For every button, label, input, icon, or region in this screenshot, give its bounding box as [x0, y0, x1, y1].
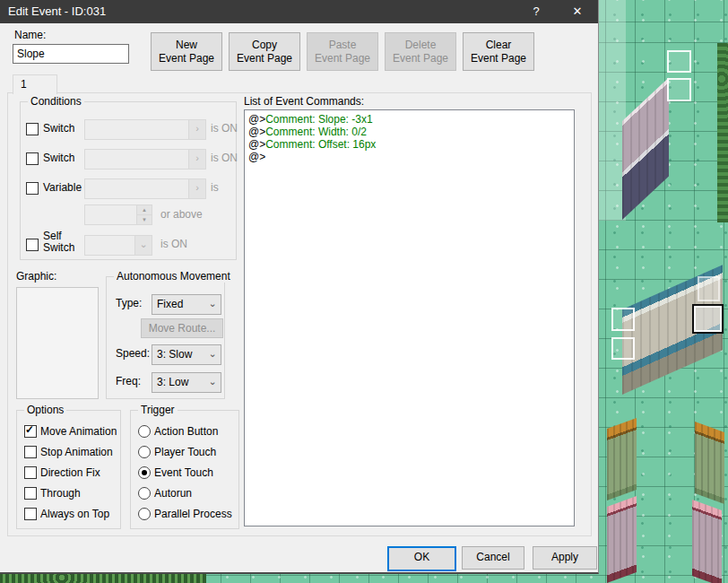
trigger-autorun-radio[interactable]	[138, 487, 151, 500]
condition-value-spinner: ▲ ▼	[84, 204, 152, 225]
option-through-checkbox[interactable]	[24, 487, 37, 500]
movement-freq-select[interactable]: 3: Low ⌄	[152, 372, 221, 393]
conditions-group: Conditions Switch › is ON Switch › is ON…	[20, 101, 237, 260]
trigger-group: Trigger Action Button Player Touch Event…	[130, 410, 239, 529]
trigger-parallel-process-radio[interactable]	[138, 508, 151, 520]
option-stop-animation-checkbox[interactable]	[24, 446, 37, 458]
trigger-player-touch-label: Player Touch	[154, 446, 216, 458]
trigger-action-button-radio[interactable]	[138, 425, 151, 438]
chevron-right-icon: ›	[188, 179, 205, 198]
trigger-parallel-process-label: Parallel Process	[154, 508, 232, 520]
event-commands-list[interactable]: @>Comment: Slope: -3x1 @>Comment: Width:…	[244, 109, 575, 526]
option-always-on-top-label: Always on Top	[40, 508, 109, 520]
option-move-animation-checkbox[interactable]: ✓	[24, 425, 37, 438]
close-button[interactable]: ✕	[559, 0, 596, 23]
chevron-right-icon: ›	[188, 150, 205, 169]
commands-label: List of Event Commands:	[244, 95, 364, 108]
help-button[interactable]: ?	[517, 0, 555, 23]
command-prefix: @>	[248, 113, 265, 126]
title-bar: Edit Event - ID:031 ? ✕	[0, 0, 598, 23]
paste-event-page-button: Paste Event Page	[307, 32, 378, 71]
map-selected-event-cell	[692, 304, 724, 334]
condition-variable-selector: ›	[84, 178, 206, 199]
movement-speed-select[interactable]: 3: Slow ⌄	[152, 344, 221, 365]
command-line[interactable]: @>Comment: Width: 0/2	[245, 126, 574, 138]
map-stairway-purple	[622, 78, 669, 220]
condition-switch1-selector: ›	[84, 119, 206, 140]
move-route-button: Move Route...	[141, 318, 223, 338]
spinner-up-icon: ▲	[136, 205, 152, 215]
movement-speed-label: Speed:	[116, 347, 150, 360]
condition-switch2-checkbox[interactable]	[26, 152, 39, 165]
map-event-cell	[611, 308, 635, 331]
map-trees-bottom	[0, 574, 206, 583]
spinner-down-icon: ▼	[136, 215, 152, 224]
option-always-on-top-checkbox[interactable]	[24, 508, 37, 520]
condition-switch1-checkbox[interactable]	[26, 123, 39, 135]
ok-button[interactable]: OK	[387, 546, 456, 571]
condition-self-switch-suffix: is ON	[160, 238, 187, 250]
option-through-label: Through	[40, 487, 81, 500]
condition-variable-suffix: is	[211, 181, 219, 194]
movement-type-select[interactable]: Fixed ⌄	[152, 294, 221, 315]
name-label: Name:	[14, 29, 46, 41]
trigger-group-title: Trigger	[138, 404, 178, 416]
cancel-button[interactable]: Cancel	[462, 546, 524, 570]
window-title: Edit Event - ID:031	[8, 0, 106, 23]
condition-switch2-label: Switch	[43, 152, 74, 164]
movement-type-label: Type:	[116, 297, 142, 309]
options-group: Options ✓ Move Animation Stop Animation …	[16, 410, 121, 529]
map-slope-pink-right	[692, 500, 722, 583]
trigger-event-touch-label: Event Touch	[154, 466, 213, 479]
command-prefix: @>	[248, 138, 265, 151]
new-event-page-button[interactable]: New Event Page	[151, 32, 222, 71]
apply-button[interactable]: Apply	[533, 546, 597, 570]
chevron-down-icon: ⌄	[204, 345, 221, 364]
movement-group-title: Autonomous Movement	[114, 270, 233, 283]
screen: Edit Event - ID:031 ? ✕ Name: New Event …	[0, 0, 728, 583]
option-stop-animation-label: Stop Animation	[40, 446, 113, 458]
command-text: Comment: Slope: -3x1	[265, 113, 372, 126]
command-line[interactable]: @>	[245, 151, 574, 163]
trigger-player-touch-radio[interactable]	[138, 446, 151, 458]
map-slope-pink-left	[607, 496, 637, 583]
check-icon: ✓	[25, 423, 34, 436]
options-group-title: Options	[24, 404, 66, 416]
command-line[interactable]: @>Comment: Slope: -3x1	[245, 113, 574, 126]
combo-value: 3: Slow	[157, 348, 192, 361]
map-trees-right	[717, 43, 728, 222]
trigger-autorun-label: Autorun	[154, 487, 192, 500]
graphic-preview[interactable]	[16, 287, 99, 399]
condition-self-switch-checkbox[interactable]	[26, 239, 39, 251]
condition-switch1-label: Switch	[43, 122, 74, 135]
graphic-label: Graphic:	[16, 270, 56, 283]
copy-event-page-button[interactable]: Copy Event Page	[229, 32, 300, 71]
trigger-event-touch-radio[interactable]	[138, 466, 151, 479]
map-event-cell	[667, 50, 691, 73]
command-prefix: @>	[248, 126, 265, 138]
name-input[interactable]	[13, 44, 129, 64]
map-slope-green-left	[607, 418, 637, 500]
condition-switch1-suffix: is ON	[211, 122, 238, 135]
combo-value: Fixed	[157, 298, 183, 310]
clear-event-page-button[interactable]: Clear Event Page	[463, 32, 534, 71]
condition-self-switch-select: ⌄	[84, 235, 152, 256]
condition-self-switch-label: Self Switch	[43, 231, 74, 254]
edit-event-dialog: Edit Event - ID:031 ? ✕ Name: New Event …	[0, 0, 599, 574]
command-text: Comment: Width: 0/2	[265, 126, 367, 138]
chevron-down-icon: ⌄	[204, 373, 221, 392]
condition-switch2-selector: ›	[84, 149, 206, 170]
combo-value: 3: Low	[157, 376, 188, 388]
option-direction-fix-label: Direction Fix	[40, 466, 100, 479]
command-line[interactable]: @>Comment: Offset: 16px	[245, 138, 574, 151]
condition-variable-checkbox[interactable]	[26, 182, 39, 195]
chevron-down-icon: ⌄	[134, 236, 152, 255]
option-direction-fix-checkbox[interactable]	[24, 466, 37, 479]
conditions-group-title: Conditions	[28, 95, 84, 108]
map-event-cell	[698, 276, 720, 301]
delete-event-page-button: Delete Event Page	[385, 32, 456, 71]
tab-page-1[interactable]: 1	[13, 74, 57, 94]
map-light-path	[595, 0, 626, 221]
command-prefix: @>	[248, 151, 265, 163]
movement-freq-label: Freq:	[116, 375, 141, 387]
